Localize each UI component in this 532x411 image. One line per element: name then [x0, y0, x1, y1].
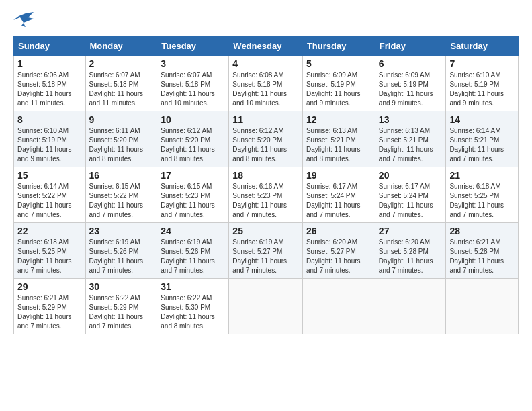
- day-detail: Sunrise: 6:22 AMSunset: 5:30 PMDaylight:…: [161, 293, 225, 331]
- day-number: 12: [306, 114, 371, 125]
- calendar-cell: 23Sunrise: 6:19 AMSunset: 5:26 PMDayligh…: [85, 223, 157, 279]
- calendar-cell: 29Sunrise: 6:21 AMSunset: 5:29 PMDayligh…: [14, 279, 86, 334]
- day-detail: Sunrise: 6:22 AMSunset: 5:29 PMDaylight:…: [89, 293, 154, 331]
- day-number: 5: [306, 58, 371, 69]
- day-number: 3: [161, 58, 225, 69]
- calendar-cell: 5Sunrise: 6:09 AMSunset: 5:19 PMDaylight…: [302, 56, 375, 111]
- day-detail: Sunrise: 6:09 AMSunset: 5:19 PMDaylight:…: [306, 71, 371, 108]
- day-number: 4: [232, 58, 299, 69]
- day-number: 17: [161, 170, 225, 181]
- calendar-cell: 22Sunrise: 6:18 AMSunset: 5:25 PMDayligh…: [14, 223, 86, 279]
- weekday-header: Monday: [85, 37, 157, 56]
- calendar-cell: [446, 279, 519, 334]
- calendar-cell: 9Sunrise: 6:11 AMSunset: 5:20 PMDaylight…: [85, 111, 157, 167]
- calendar-cell: 13Sunrise: 6:13 AMSunset: 5:21 PMDayligh…: [375, 111, 446, 167]
- day-number: 7: [449, 58, 515, 69]
- calendar-cell: [375, 279, 446, 334]
- day-detail: Sunrise: 6:12 AMSunset: 5:20 PMDaylight:…: [232, 126, 299, 164]
- day-detail: Sunrise: 6:11 AMSunset: 5:20 PMDaylight:…: [89, 126, 154, 164]
- day-detail: Sunrise: 6:07 AMSunset: 5:18 PMDaylight:…: [161, 71, 225, 108]
- day-number: 13: [379, 114, 443, 125]
- weekday-header: Sunday: [14, 37, 86, 56]
- day-number: 29: [17, 281, 82, 292]
- calendar-cell: 25Sunrise: 6:19 AMSunset: 5:27 PMDayligh…: [229, 223, 303, 279]
- day-number: 16: [89, 170, 154, 181]
- page: SundayMondayTuesdayWednesdayThursdayFrid…: [0, 0, 532, 341]
- day-detail: Sunrise: 6:08 AMSunset: 5:18 PMDaylight:…: [232, 71, 299, 108]
- day-detail: Sunrise: 6:20 AMSunset: 5:27 PMDaylight:…: [306, 238, 371, 275]
- weekday-header: Wednesday: [229, 37, 303, 56]
- day-number: 11: [232, 114, 299, 125]
- day-number: 23: [89, 226, 154, 236]
- calendar-cell: 20Sunrise: 6:17 AMSunset: 5:24 PMDayligh…: [375, 167, 446, 223]
- calendar-cell: 7Sunrise: 6:10 AMSunset: 5:19 PMDaylight…: [446, 56, 519, 111]
- calendar-cell: 8Sunrise: 6:10 AMSunset: 5:19 PMDaylight…: [14, 111, 86, 167]
- day-number: 1: [17, 58, 82, 69]
- calendar-week-row: 15Sunrise: 6:14 AMSunset: 5:22 PMDayligh…: [14, 167, 519, 223]
- day-detail: Sunrise: 6:10 AMSunset: 5:19 PMDaylight:…: [17, 126, 82, 164]
- day-number: 8: [17, 114, 82, 125]
- day-number: 30: [89, 281, 154, 292]
- day-number: 27: [379, 226, 443, 236]
- calendar-cell: 2Sunrise: 6:07 AMSunset: 5:18 PMDaylight…: [85, 56, 157, 111]
- calendar-week-row: 29Sunrise: 6:21 AMSunset: 5:29 PMDayligh…: [14, 279, 519, 334]
- day-number: 31: [161, 281, 225, 292]
- svg-marker-1: [21, 23, 26, 27]
- calendar-cell: 16Sunrise: 6:15 AMSunset: 5:22 PMDayligh…: [85, 167, 157, 223]
- calendar-header-row: SundayMondayTuesdayWednesdayThursdayFrid…: [14, 37, 519, 56]
- day-number: 19: [306, 170, 371, 181]
- day-number: 21: [449, 170, 515, 181]
- day-number: 20: [379, 170, 443, 181]
- day-number: 22: [17, 226, 82, 236]
- weekday-header: Friday: [375, 37, 446, 56]
- day-detail: Sunrise: 6:19 AMSunset: 5:26 PMDaylight:…: [89, 238, 154, 275]
- calendar-cell: 14Sunrise: 6:14 AMSunset: 5:21 PMDayligh…: [446, 111, 519, 167]
- calendar-cell: 11Sunrise: 6:12 AMSunset: 5:20 PMDayligh…: [229, 111, 303, 167]
- weekday-header: Saturday: [446, 37, 519, 56]
- day-number: 15: [17, 170, 82, 181]
- calendar-cell: 28Sunrise: 6:21 AMSunset: 5:28 PMDayligh…: [446, 223, 519, 279]
- day-detail: Sunrise: 6:19 AMSunset: 5:27 PMDaylight:…: [232, 238, 299, 275]
- calendar-week-row: 1Sunrise: 6:06 AMSunset: 5:18 PMDaylight…: [14, 56, 519, 111]
- svg-marker-0: [13, 12, 34, 23]
- calendar-week-row: 8Sunrise: 6:10 AMSunset: 5:19 PMDaylight…: [14, 111, 519, 167]
- calendar-cell: 24Sunrise: 6:19 AMSunset: 5:26 PMDayligh…: [157, 223, 229, 279]
- calendar-cell: 30Sunrise: 6:22 AMSunset: 5:29 PMDayligh…: [85, 279, 157, 334]
- calendar-cell: 21Sunrise: 6:18 AMSunset: 5:25 PMDayligh…: [446, 167, 519, 223]
- day-number: 9: [89, 114, 154, 125]
- weekday-header: Tuesday: [157, 37, 229, 56]
- calendar-cell: 27Sunrise: 6:20 AMSunset: 5:28 PMDayligh…: [375, 223, 446, 279]
- day-number: 25: [232, 226, 299, 236]
- calendar-cell: [302, 279, 375, 334]
- calendar-cell: [229, 279, 303, 334]
- calendar-table: SundayMondayTuesdayWednesdayThursdayFrid…: [13, 36, 519, 334]
- day-detail: Sunrise: 6:18 AMSunset: 5:25 PMDaylight:…: [449, 182, 515, 220]
- calendar-cell: 6Sunrise: 6:09 AMSunset: 5:19 PMDaylight…: [375, 56, 446, 111]
- day-number: 2: [89, 58, 154, 69]
- calendar-cell: 19Sunrise: 6:17 AMSunset: 5:24 PMDayligh…: [302, 167, 375, 223]
- day-detail: Sunrise: 6:15 AMSunset: 5:22 PMDaylight:…: [89, 182, 154, 220]
- weekday-header: Thursday: [302, 37, 375, 56]
- day-detail: Sunrise: 6:17 AMSunset: 5:24 PMDaylight:…: [379, 182, 443, 220]
- calendar-cell: 12Sunrise: 6:13 AMSunset: 5:21 PMDayligh…: [302, 111, 375, 167]
- day-number: 18: [232, 170, 299, 181]
- calendar-cell: 26Sunrise: 6:20 AMSunset: 5:27 PMDayligh…: [302, 223, 375, 279]
- day-number: 24: [161, 226, 225, 236]
- calendar-cell: 1Sunrise: 6:06 AMSunset: 5:18 PMDaylight…: [14, 56, 86, 111]
- day-detail: Sunrise: 6:21 AMSunset: 5:28 PMDaylight:…: [449, 238, 515, 275]
- calendar-cell: 15Sunrise: 6:14 AMSunset: 5:22 PMDayligh…: [14, 167, 86, 223]
- day-detail: Sunrise: 6:15 AMSunset: 5:23 PMDaylight:…: [161, 182, 225, 220]
- calendar-cell: 3Sunrise: 6:07 AMSunset: 5:18 PMDaylight…: [157, 56, 229, 111]
- day-detail: Sunrise: 6:18 AMSunset: 5:25 PMDaylight:…: [17, 238, 82, 275]
- calendar-cell: 10Sunrise: 6:12 AMSunset: 5:20 PMDayligh…: [157, 111, 229, 167]
- day-detail: Sunrise: 6:17 AMSunset: 5:24 PMDaylight:…: [306, 182, 371, 220]
- day-detail: Sunrise: 6:12 AMSunset: 5:20 PMDaylight:…: [161, 126, 225, 164]
- day-detail: Sunrise: 6:13 AMSunset: 5:21 PMDaylight:…: [306, 126, 371, 164]
- day-detail: Sunrise: 6:20 AMSunset: 5:28 PMDaylight:…: [379, 238, 443, 275]
- day-number: 28: [449, 226, 515, 236]
- day-number: 6: [379, 58, 443, 69]
- calendar-cell: 18Sunrise: 6:16 AMSunset: 5:23 PMDayligh…: [229, 167, 303, 223]
- day-detail: Sunrise: 6:14 AMSunset: 5:21 PMDaylight:…: [449, 126, 515, 164]
- header: [13, 11, 519, 30]
- calendar-cell: 17Sunrise: 6:15 AMSunset: 5:23 PMDayligh…: [157, 167, 229, 223]
